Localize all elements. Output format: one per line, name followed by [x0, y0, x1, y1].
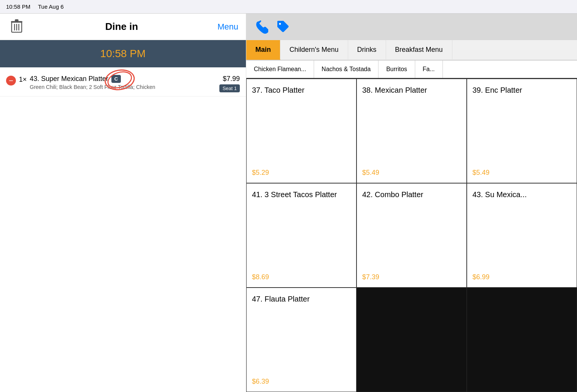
- menu-item-cell: [357, 288, 467, 392]
- item-name-row: 43. Super Mexican Platter C: [30, 75, 215, 83]
- item-price-col: $7.99 Seat 1: [219, 75, 240, 92]
- item-details: 43. Super Mexican Platter C Green Chili;…: [30, 75, 215, 90]
- menu-item-cell[interactable]: 42. Combo Platter$7.39: [357, 183, 467, 288]
- menu-item-price: $6.39: [252, 378, 351, 386]
- subcategory-tabs: Chicken Flamean... Nachos & Tostada Burr…: [246, 61, 577, 79]
- subcat-tab-burritos[interactable]: Burritos: [378, 61, 415, 78]
- trash-icon: [11, 19, 23, 33]
- subcat-tab-chicken[interactable]: Chicken Flamean...: [246, 61, 314, 78]
- status-date: Tue Aug 6: [38, 3, 64, 10]
- menu-item-cell[interactable]: 47. Flauta Platter$6.39: [246, 288, 357, 392]
- status-bar: 10:58 PM Tue Aug 6: [0, 0, 577, 14]
- tab-breakfast-menu[interactable]: Breakfast Menu: [386, 40, 452, 60]
- menu-button[interactable]: Menu: [217, 22, 238, 32]
- item-price: $7.99: [223, 75, 240, 83]
- seat-badge[interactable]: C: [111, 75, 121, 83]
- seat-badge-wrapper: C: [111, 75, 121, 83]
- order-items: − 1× 43. Super Mexican Platter C: [0, 67, 246, 392]
- menu-item-cell: [467, 288, 577, 392]
- right-header: [246, 14, 577, 40]
- menu-item-name: 37. Taco Platter: [252, 85, 351, 95]
- menu-item-cell[interactable]: 37. Taco Platter$5.29: [246, 79, 357, 183]
- phone-button[interactable]: [254, 19, 268, 35]
- menu-item-name: 38. Mexican Platter: [362, 85, 461, 95]
- left-header: Dine in Menu: [0, 14, 246, 40]
- seat-label[interactable]: Seat 1: [219, 84, 240, 92]
- phone-icon: [254, 19, 268, 34]
- menu-grid: 37. Taco Platter$5.2938. Mexican Platter…: [246, 79, 577, 392]
- menu-item-cell[interactable]: 39. Enc Platter$5.49: [467, 79, 577, 183]
- category-tabs: Main Childern's Menu Drinks Breakfast Me…: [246, 40, 577, 61]
- item-quantity: 1×: [19, 76, 27, 84]
- item-modifiers: Green Chili; Black Bean; 2 Soft Flour To…: [30, 84, 215, 90]
- right-panel: Main Childern's Menu Drinks Breakfast Me…: [246, 14, 577, 392]
- menu-item-price: $5.49: [362, 169, 461, 177]
- menu-item-name: 39. Enc Platter: [472, 85, 571, 95]
- subcat-tab-nachos[interactable]: Nachos & Tostada: [314, 61, 379, 78]
- minus-icon: −: [6, 76, 16, 86]
- order-time-text: 10:58 PM: [100, 48, 146, 60]
- menu-item-name: 47. Flauta Platter: [252, 294, 351, 304]
- subcat-tab-fa[interactable]: Fa...: [415, 61, 443, 78]
- trash-button[interactable]: [8, 16, 26, 37]
- table-row: − 1× 43. Super Mexican Platter C: [0, 71, 246, 96]
- remove-item-button[interactable]: −: [6, 76, 16, 86]
- menu-item-cell[interactable]: 38. Mexican Platter$5.49: [357, 79, 467, 183]
- menu-item-name: 43. Su Mexica...: [472, 190, 571, 199]
- item-name: 43. Super Mexican Platter: [30, 75, 108, 83]
- menu-item-price: $5.29: [252, 169, 351, 177]
- menu-item-cell[interactable]: 43. Su Mexica...$6.99: [467, 183, 577, 288]
- tab-childrens-menu[interactable]: Childern's Menu: [280, 40, 348, 60]
- dine-in-title: Dine in: [105, 21, 138, 33]
- order-time-banner: 10:58 PM: [0, 40, 246, 67]
- tag-icon: [276, 20, 289, 33]
- status-time: 10:58 PM: [6, 3, 30, 10]
- left-panel: Dine in Menu 10:58 PM − 1× 43. Super Mex…: [0, 14, 246, 392]
- menu-item-price: $6.99: [472, 273, 571, 281]
- menu-item-price: $5.49: [472, 169, 571, 177]
- svg-point-7: [279, 23, 281, 25]
- menu-item-price: $7.39: [362, 273, 461, 281]
- tag-button[interactable]: [276, 20, 289, 34]
- main-layout: Dine in Menu 10:58 PM − 1× 43. Super Mex…: [0, 14, 577, 392]
- menu-item-name: 42. Combo Platter: [362, 190, 461, 199]
- svg-rect-2: [15, 19, 18, 22]
- menu-item-name: 41. 3 Street Tacos Platter: [252, 190, 351, 199]
- tab-main[interactable]: Main: [246, 40, 280, 60]
- menu-item-cell[interactable]: 41. 3 Street Tacos Platter$8.69: [246, 183, 357, 288]
- tab-drinks[interactable]: Drinks: [348, 40, 386, 60]
- menu-item-price: $8.69: [252, 273, 351, 281]
